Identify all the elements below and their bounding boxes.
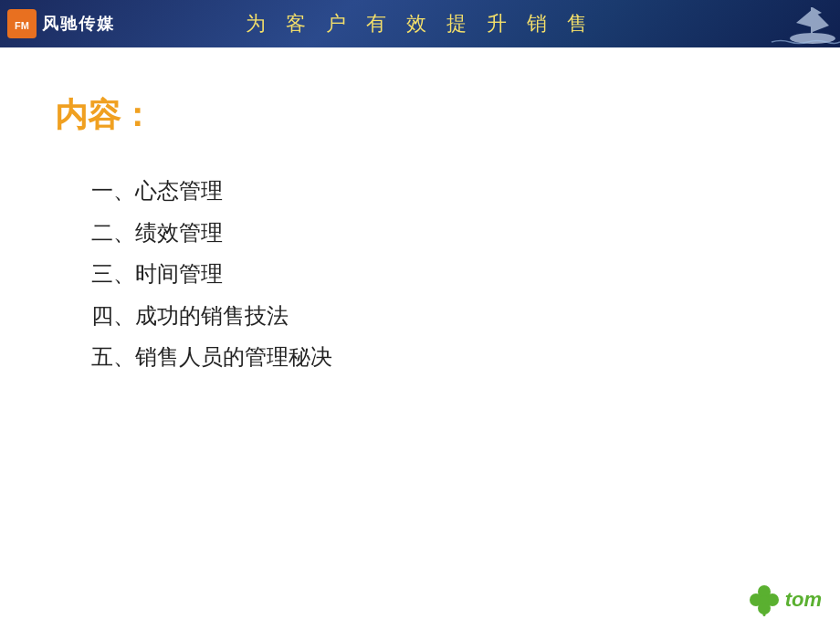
list-item: 三、时间管理	[91, 253, 785, 295]
header-bar: FM 风驰传媒 为 客 户 有 效 提 升 销 售	[0, 0, 840, 47]
fench-logo-icon: FM	[7, 9, 37, 38]
main-content: 内容： 一、心态管理 二、绩效管理 三、时间管理 四、成功的销售技法 五、销售人…	[0, 47, 840, 550]
header-decoration	[767, 0, 840, 47]
logo-text: 风驰传媒	[42, 13, 115, 35]
svg-text:FM: FM	[15, 20, 29, 31]
list-item: 四、成功的销售技法	[91, 295, 785, 337]
list-item: 五、销售人员的管理秘决	[91, 336, 785, 378]
svg-rect-13	[762, 611, 765, 616]
list-item: 二、绩效管理	[91, 212, 785, 254]
content-list: 一、心态管理 二、绩效管理 三、时间管理 四、成功的销售技法 五、销售人员的管理…	[55, 170, 785, 378]
tom-clover-icon	[745, 581, 783, 619]
footer: tom	[0, 550, 840, 630]
tom-logo-area: tom	[745, 581, 822, 619]
ship-icon	[767, 0, 840, 47]
tom-text: tom	[785, 588, 822, 612]
list-item: 一、心态管理	[91, 170, 785, 212]
header-title: 为 客 户 有 效 提 升 销 售	[246, 10, 595, 37]
section-title: 内容：	[55, 93, 785, 138]
slide: FM 风驰传媒 为 客 户 有 效 提 升 销 售	[0, 0, 840, 630]
logo-area: FM 风驰传媒	[7, 9, 115, 38]
svg-point-12	[760, 595, 769, 604]
